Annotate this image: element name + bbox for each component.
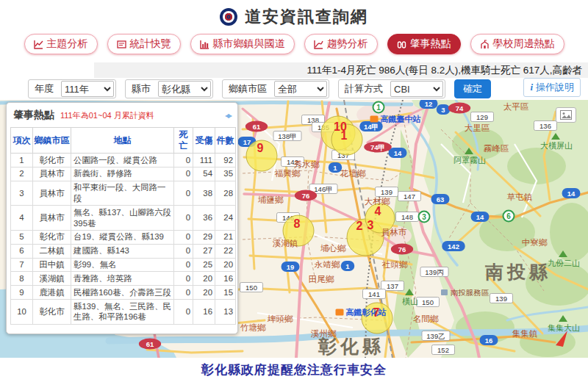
route-shield-provincial: 63 xyxy=(431,194,450,204)
nav-label: 主題分析 xyxy=(47,37,88,51)
nav-topic-analysis[interactable]: 主題分析 xyxy=(24,34,98,54)
footer: 彰化縣政府提醒您注意行車安全 xyxy=(0,358,588,382)
route-shield-national: 3 xyxy=(419,212,430,223)
town-label: 草屯鎮 xyxy=(507,192,533,201)
hotspot-number[interactable]: 4 xyxy=(375,205,381,217)
route-shield-county: 138甲 xyxy=(273,131,301,141)
route-shield-county: 147 xyxy=(398,192,421,201)
header: 道安資訊查詢網 xyxy=(0,3,588,31)
nav-label: 趨勢分析 xyxy=(327,37,368,51)
svg-text:3: 3 xyxy=(441,106,445,114)
svg-text:148: 148 xyxy=(401,213,413,221)
table-row[interactable]: 6二林鎮建國路、縣14302722 xyxy=(11,244,236,258)
route-shield-county: 139乙 xyxy=(422,331,450,341)
svg-text:136: 136 xyxy=(539,122,551,130)
column-header: 鄉鎮市區 xyxy=(33,128,71,154)
svg-text:3: 3 xyxy=(422,213,426,221)
nav-crash-hotspots[interactable]: 肇事熱點 xyxy=(387,34,461,54)
route-shield-county: 141 xyxy=(363,289,386,299)
svg-text:74: 74 xyxy=(456,104,464,112)
town-label: 中寮鄉 xyxy=(522,238,548,247)
svg-text:141: 141 xyxy=(368,290,380,298)
table-row[interactable]: 2員林市新義街、靜修路05435 xyxy=(11,167,236,181)
svg-text:高鐵臺中站: 高鐵臺中站 xyxy=(381,115,421,123)
hotspot-number[interactable]: 2 xyxy=(356,220,363,232)
table-row[interactable]: 7田中鎮彰99、無名02520 xyxy=(11,258,236,272)
svg-text:14甲: 14甲 xyxy=(364,123,379,131)
help-button[interactable]: i 操作說明 xyxy=(523,78,581,97)
route-shield-county: 148 xyxy=(396,212,419,222)
hotspot-number[interactable]: 9 xyxy=(257,142,264,154)
method-select[interactable]: CBI xyxy=(390,81,443,97)
route-shield-provincial: 14 xyxy=(471,212,490,222)
svg-text:61: 61 xyxy=(146,340,154,348)
collapse-panel-icon[interactable]: ◂▸ xyxy=(225,110,231,120)
map-layers-button[interactable] xyxy=(556,107,576,123)
hotspot-number[interactable]: 1 xyxy=(341,129,348,142)
nav-trend-analysis[interactable]: 趨勢分析 xyxy=(304,34,378,54)
town-label: 田尾鄉 xyxy=(309,275,334,284)
route-shield-county: 139 xyxy=(490,294,513,303)
svg-text:14: 14 xyxy=(476,213,484,221)
nav-county-township-highway[interactable]: 縣市鄉鎮與國道 xyxy=(190,34,295,54)
route-shield-provincial: 14 xyxy=(389,148,407,158)
filter-method-label: 計算方式 xyxy=(339,82,389,96)
town-label: 名間鄉 xyxy=(413,314,439,323)
filter-county: 縣市 彰化縣 xyxy=(125,79,213,98)
motc-logo-icon xyxy=(220,8,237,26)
township-select[interactable]: 全部 xyxy=(274,81,327,97)
column-header: 項次 xyxy=(11,128,33,154)
svg-text:61: 61 xyxy=(253,123,261,131)
table-row[interactable]: 9鹿港鎮民權路160巷、介壽路三段02015 xyxy=(11,286,236,300)
nav-label: 肇事熱點 xyxy=(410,37,451,51)
info-icon: i xyxy=(530,82,533,93)
svg-text:九份二山: 九份二山 xyxy=(548,259,580,267)
table-row[interactable]: 4員林市無名、縣137、山腳路六段395巷03624 xyxy=(11,206,236,231)
hotspot-number[interactable]: 3 xyxy=(368,219,374,231)
table-row[interactable]: 1彰化市公園路一段、縱貫公路011192 xyxy=(11,154,236,167)
svg-text:南投服務區: 南投服務區 xyxy=(451,288,490,297)
column-header: 死亡 xyxy=(174,128,193,154)
nav-label: 統計快覽 xyxy=(130,37,171,51)
submit-button[interactable]: 確定 xyxy=(454,79,491,98)
route-shield-national: 1 xyxy=(373,102,384,113)
county-select[interactable]: 彰化縣 xyxy=(158,81,211,97)
table-row[interactable]: 8溪湖鎮青雅路、培英路02016 xyxy=(11,272,236,286)
svg-text:1: 1 xyxy=(376,104,381,112)
year-select[interactable]: 111年 xyxy=(61,81,114,97)
route-shield-expressway: 76 xyxy=(391,244,413,255)
nav-label: 縣市鄉鎮與國道 xyxy=(213,37,285,51)
table-row[interactable]: 3員林市和平東街一段、大同路一段03828 xyxy=(11,181,236,206)
county-label: 彰化縣 xyxy=(318,336,384,356)
layers-image-icon xyxy=(560,110,572,120)
nav-school-area-hotspots[interactable]: 學校周邊熱點 xyxy=(470,34,564,54)
filter-method: 計算方式 CBI xyxy=(338,79,445,98)
stats-board-icon xyxy=(117,40,126,49)
svg-text:16: 16 xyxy=(485,336,493,345)
svg-text:集集大山: 集集大山 xyxy=(548,323,580,332)
table-row[interactable]: 10彰化市縣139、無名、三民路、民生路、和平路196巷01613 xyxy=(11,300,236,325)
route-shield-county: 150 xyxy=(240,283,263,292)
county-label: 南投縣 xyxy=(484,262,551,282)
hsr-station-label: 高鐵臺中站 xyxy=(370,115,421,123)
town-label: 員林市 xyxy=(381,228,407,237)
hotspot-number[interactable]: 7 xyxy=(373,306,380,319)
town-label: 埤頭鄉 xyxy=(268,314,293,323)
svg-text:76: 76 xyxy=(398,245,406,253)
svg-text:150: 150 xyxy=(422,298,434,306)
svg-text:152: 152 xyxy=(437,346,449,354)
hotspot-number[interactable]: 8 xyxy=(294,217,301,230)
svg-text:63: 63 xyxy=(437,195,445,203)
route-shield-expressway: 61 xyxy=(245,121,268,132)
svg-text:12: 12 xyxy=(425,100,433,108)
nav-stats-overview[interactable]: 統計快覽 xyxy=(107,34,181,54)
page-title: 道安資訊查詢網 xyxy=(245,6,368,28)
svg-text:142: 142 xyxy=(448,242,459,251)
town-label: 大里區 xyxy=(465,123,490,132)
hotspot-panel-header: 肇事熱點 111年為01~04 月累計資料 ◂▸ xyxy=(10,107,234,127)
table-row[interactable]: 5彰化市台19、縱貫公路、縣13902921 xyxy=(11,230,236,244)
town-label: 花壇鄉 xyxy=(340,169,366,178)
column-header: 受傷 xyxy=(193,128,215,154)
filter-township: 鄉鎮市區 全部 xyxy=(222,79,329,98)
hotspot-panel: 肇事熱點 111年為01~04 月累計資料 ◂▸ 項次鄉鎮市區地點死亡受傷件數 … xyxy=(6,102,238,334)
